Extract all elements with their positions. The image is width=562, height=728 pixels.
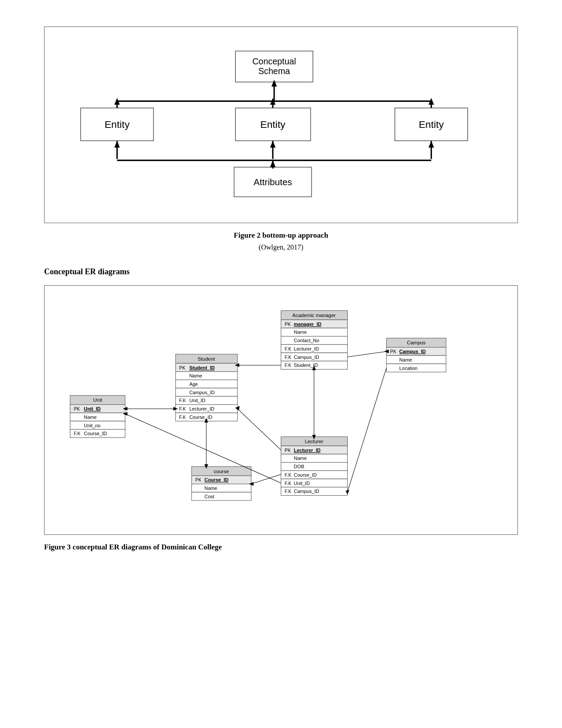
svg-text:Location: Location — [399, 366, 417, 371]
svg-text:F.K: F.K — [285, 489, 291, 494]
svg-text:Unit_no: Unit_no — [84, 423, 100, 428]
svg-text:course: course — [214, 469, 229, 474]
svg-text:Campus: Campus — [407, 340, 426, 345]
svg-rect-66 — [281, 328, 348, 336]
svg-text:Cost: Cost — [205, 494, 214, 499]
svg-text:F.K: F.K — [285, 481, 291, 486]
figure2-diagram: Conceptual Schema Entity Entity Entity A… — [44, 26, 518, 223]
svg-text:PK: PK — [195, 478, 201, 482]
svg-text:PK: PK — [179, 366, 186, 370]
svg-text:Campus_ID: Campus_ID — [294, 355, 320, 360]
svg-text:F.K: F.K — [285, 363, 291, 368]
svg-text:Lecturer: Lecturer — [305, 439, 323, 444]
svg-text:Lecturer_ID: Lecturer_ID — [294, 448, 321, 453]
svg-text:Campus_ID: Campus_ID — [190, 390, 215, 395]
fig2-caption: Figure 2 bottom-up approach — [44, 231, 518, 240]
svg-rect-46 — [175, 372, 237, 380]
svg-text:F.K: F.K — [285, 347, 291, 351]
svg-marker-22 — [114, 141, 119, 147]
section-heading: Conceptual ER diagrams — [44, 267, 518, 276]
svg-rect-48 — [175, 380, 237, 388]
svg-text:Lecturer_ID: Lecturer_ID — [294, 346, 319, 351]
svg-text:Unit_ID: Unit_ID — [294, 481, 310, 486]
svg-text:F.K: F.K — [179, 415, 186, 420]
svg-text:DOB: DOB — [294, 464, 305, 469]
svg-line-130 — [347, 368, 386, 492]
svg-text:Name: Name — [294, 329, 307, 335]
svg-text:Student: Student — [197, 356, 215, 362]
svg-text:Course_ID: Course_ID — [205, 477, 229, 482]
svg-text:Unit_ID: Unit_ID — [84, 406, 100, 411]
svg-text:F.K: F.K — [74, 431, 80, 436]
svg-text:Unit: Unit — [93, 397, 102, 403]
svg-text:Name: Name — [190, 373, 202, 378]
svg-text:Student_ID: Student_ID — [190, 365, 215, 370]
svg-text:PK: PK — [74, 407, 80, 411]
svg-text:manager_ID: manager_ID — [294, 321, 322, 327]
svg-text:Course_ID: Course_ID — [294, 472, 317, 478]
svg-text:Attributes: Attributes — [253, 177, 292, 187]
svg-rect-93 — [192, 484, 251, 493]
svg-text:Campus_ID: Campus_ID — [399, 349, 426, 354]
fig2-source: (Owlgen, 2017) — [44, 243, 518, 251]
svg-text:PK: PK — [390, 349, 396, 354]
svg-text:Name: Name — [205, 485, 217, 491]
svg-text:F.K: F.K — [285, 355, 291, 360]
svg-text:Entity: Entity — [419, 119, 444, 130]
svg-rect-95 — [192, 492, 251, 500]
svg-text:Academic manager: Academic manager — [292, 313, 336, 318]
svg-text:PK: PK — [285, 448, 291, 453]
svg-text:F.K: F.K — [179, 407, 186, 411]
svg-rect-104 — [281, 463, 348, 471]
er-diagram-svg: .tbl-header { font-size: 11px; font-fami… — [53, 295, 509, 524]
svg-marker-26 — [428, 141, 434, 147]
svg-text:Course_ID: Course_ID — [84, 431, 107, 436]
svg-text:PK: PK — [285, 322, 291, 327]
svg-text:Lecturer_ID: Lecturer_ID — [190, 406, 215, 411]
fig3-caption: Figure 3 conceptual ER diagrams of Domin… — [44, 543, 518, 552]
svg-text:Entity: Entity — [260, 119, 285, 130]
svg-text:Name: Name — [84, 414, 97, 420]
figure2-svg: Conceptual Schema Entity Entity Entity A… — [53, 40, 509, 208]
svg-text:F.K: F.K — [285, 473, 291, 478]
svg-line-120 — [347, 351, 386, 357]
svg-text:Schema: Schema — [258, 66, 290, 76]
svg-marker-24 — [270, 141, 275, 147]
svg-text:Conceptual: Conceptual — [252, 56, 296, 66]
svg-text:Unit_ID: Unit_ID — [190, 398, 205, 403]
svg-text:Name: Name — [399, 357, 412, 362]
svg-rect-84 — [387, 355, 446, 364]
svg-text:Name: Name — [294, 455, 307, 461]
svg-text:Age: Age — [190, 381, 198, 387]
svg-text:Campus_ID: Campus_ID — [294, 489, 320, 494]
svg-text:F.K: F.K — [179, 398, 186, 403]
svg-line-134 — [238, 409, 281, 450]
svg-rect-34 — [70, 413, 125, 421]
figure3-diagram: .tbl-header { font-size: 11px; font-fami… — [44, 285, 518, 535]
svg-marker-28 — [270, 161, 275, 167]
svg-text:Contact_No: Contact_No — [294, 338, 320, 343]
svg-rect-102 — [281, 454, 348, 463]
svg-text:Entity: Entity — [104, 119, 130, 130]
svg-text:Course_ID: Course_ID — [190, 414, 212, 420]
svg-line-125 — [251, 474, 281, 484]
